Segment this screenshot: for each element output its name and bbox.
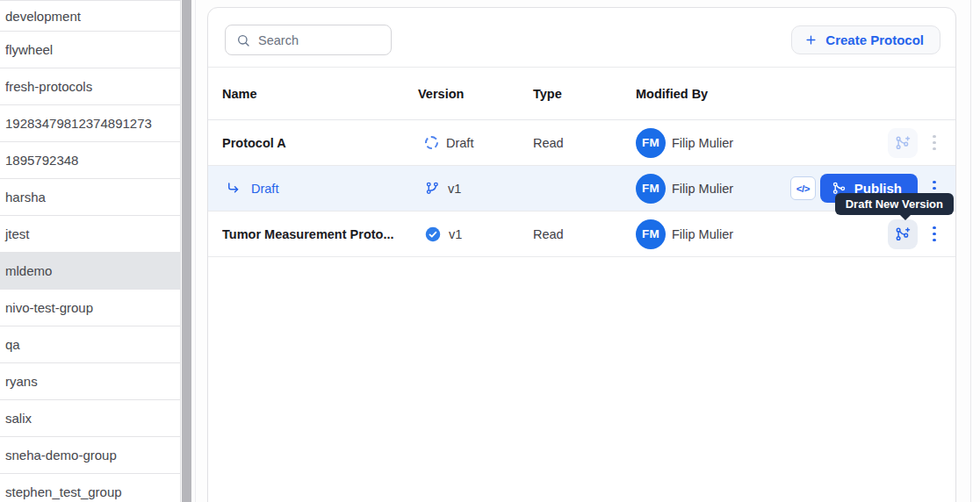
sidebar-scrollbar[interactable] (182, 0, 191, 502)
sidebar-item-salix[interactable]: salix (0, 400, 180, 437)
column-header-name: Name (222, 87, 257, 101)
create-protocol-label: Create Protocol (825, 32, 924, 47)
sidebar-item-mldemo[interactable]: mldemo (0, 253, 180, 290)
protocol-name: Protocol A (222, 120, 412, 165)
draft-version-name-cell: Draft (222, 166, 412, 211)
row-menu-button[interactable] (928, 132, 940, 154)
sidebar-item-flywheel[interactable]: flywheel (0, 32, 180, 68)
draft-status-icon (425, 136, 438, 149)
version-cell: v1 (418, 166, 527, 211)
sidebar-item-sneha-demo-group[interactable]: sneha-demo-group (0, 437, 180, 474)
row-actions (888, 212, 955, 256)
sidebar-item-nivo-test-group[interactable]: nivo-test-group (0, 290, 180, 326)
modified-by-name: Filip Mulier (672, 227, 733, 241)
type-cell: Read (533, 212, 630, 256)
version-label: Draft (446, 136, 473, 150)
draft-new-version-tooltip: Draft New Version (835, 193, 954, 215)
protocol-name: Tumor Measurement Proto... (222, 212, 412, 256)
table-row-tumor-measurement[interactable]: Tumor Measurement Proto... v1 Read FM Fi… (208, 212, 955, 257)
plus-icon (804, 33, 818, 47)
draft-version-link[interactable]: Draft (251, 182, 278, 196)
version-label: v1 (448, 182, 461, 196)
avatar: FM (636, 174, 666, 204)
protocols-screen: development flywheel fresh-protocols 192… (0, 0, 980, 502)
column-header-version: Version (418, 87, 464, 101)
child-indent-arrow-icon (226, 181, 241, 197)
git-branch-plus-icon (895, 135, 911, 151)
modified-by-cell: FM Filip Mulier (636, 120, 733, 165)
search-icon (236, 33, 250, 47)
protocols-card: Create Protocol Name Version Type Modifi… (207, 7, 956, 502)
sidebar-item-stephen_test_group[interactable]: stephen_test_group (0, 474, 180, 502)
sidebar-item-qa[interactable]: qa (0, 326, 180, 363)
modified-by-cell: FM Filip Mulier (636, 166, 733, 211)
row-actions (888, 120, 955, 165)
git-branch-plus-icon (895, 226, 911, 242)
code-icon: </> (796, 183, 810, 194)
git-branch-icon (425, 181, 440, 196)
column-header-type: Type (533, 87, 562, 101)
search-box[interactable] (225, 25, 392, 55)
table-header: Name Version Type Modified By (208, 67, 955, 120)
column-header-modified-by: Modified By (636, 87, 708, 101)
version-cell: Draft (418, 120, 527, 165)
search-input[interactable] (258, 33, 382, 47)
modified-by-name: Filip Mulier (672, 136, 733, 150)
avatar: FM (636, 128, 666, 158)
create-protocol-button[interactable]: Create Protocol (791, 25, 940, 54)
sidebar-item-jtest[interactable]: jtest (0, 216, 180, 253)
draft-new-version-button[interactable] (888, 128, 918, 158)
version-cell: v1 (418, 212, 527, 256)
modified-by-name: Filip Mulier (672, 182, 733, 196)
sidebar: development flywheel fresh-protocols 192… (0, 0, 181, 502)
sidebar-item-1895792348[interactable]: 1895792348 (0, 142, 180, 179)
version-label: v1 (449, 227, 462, 241)
sidebar-item-fresh-protocols[interactable]: fresh-protocols (0, 68, 180, 105)
panel-divider (195, 0, 196, 502)
table-row-protocol-a[interactable]: Protocol A Draft Read FM Filip Mulier (208, 120, 955, 166)
published-check-icon (425, 226, 441, 242)
sidebar-item-ryans[interactable]: ryans (0, 363, 180, 400)
type-cell: Read (533, 120, 630, 165)
draft-new-version-button[interactable] (888, 219, 918, 249)
code-view-button[interactable]: </> (790, 176, 816, 200)
row-menu-button[interactable] (928, 223, 940, 246)
sidebar-item-harsha[interactable]: harsha (0, 179, 180, 216)
sidebar-item-development[interactable]: development (0, 0, 180, 32)
modified-by-cell: FM Filip Mulier (636, 212, 733, 256)
toolbar: Create Protocol (208, 8, 955, 67)
main-scrollbar-track (970, 0, 971, 502)
sidebar-item-19283479812374891273[interactable]: 19283479812374891273 (0, 105, 180, 142)
avatar: FM (636, 219, 666, 249)
